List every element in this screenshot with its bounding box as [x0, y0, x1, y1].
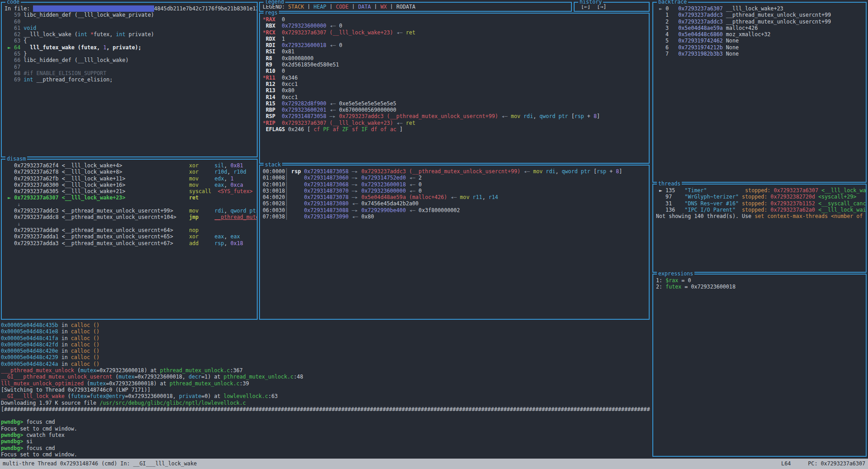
text-line: 68 #if ENABLE_ELISION_SUPPORT	[5, 70, 255, 76]
text-line: 0x00005e04d48c420e in calloc ()	[1, 348, 650, 354]
stack-listing: 00:0000│ rsp 0x729314873058 —▸ 0x7293237…	[260, 166, 649, 319]
source-code-listing: In file: 4845db211e7b42c7176f9be21b8301e…	[2, 3, 257, 156]
threads-listing: ► 135 "Timer" stopped: 0x7293237a6307 <_…	[653, 185, 866, 272]
text-line: 136 "IPC I/O Parent" stopped: 0x7293237a…	[656, 207, 864, 213]
text-line: R9 0x2d561850ed580e51	[263, 62, 647, 68]
text-line: R10 0	[263, 68, 647, 74]
status-pc-value: PC: 0x7293237a6307	[808, 460, 865, 467]
text-line: ► 0 0x7293237a6307 __lll_lock_wake+23	[656, 5, 864, 12]
text-line: ► 135 "Timer" stopped: 0x7293237a6307 <_…	[656, 187, 864, 194]
text-line: ↓	[5, 201, 255, 208]
text-line: 66 libc_hidden_def (__lll_lock_wake)	[5, 57, 255, 63]
text-line: 63 {	[5, 38, 255, 44]
disassembly-listing: 0x7293237a62f4 <__lll_lock_wake+4> xor s…	[2, 160, 257, 319]
text-line: RDI 0x729323600018 ◂— 0	[263, 42, 647, 48]
memory-legend: LEGEND: STACK | HEAP | CODE | DATA | WX …	[260, 3, 571, 9]
text-line: pwndbg> cwatch futex	[1, 432, 650, 438]
text-line: RDX 1	[263, 36, 647, 42]
text-line: R13 0x80	[263, 87, 647, 94]
text-line: 0x7293237a62f4 <__lll_lock_wake+4> xor s…	[5, 162, 255, 169]
text-line: 0x7293237addc3 <__pthread_mutex_unlock_u…	[5, 208, 255, 214]
text-line: 4 0x5e04d48c6860 moz_xmalloc+32	[656, 31, 864, 38]
registers-listing: *RAX 0 RBX 0x729323600000 ◂— 0*RCX 0x729…	[260, 14, 649, 163]
text-line: 7 0x72931982b3b3 None	[656, 51, 864, 57]
text-line: 0x00005e04d48c424a in calloc ()	[1, 361, 650, 367]
expressions-listing: 1: $rax = 02: futex = 0x729323600018	[653, 275, 866, 456]
code-panel-title: code	[5, 0, 21, 5]
text-line	[1, 412, 650, 419]
text-line: 07:0038│ 0x729314873090 ◂— 0x80	[263, 213, 647, 220]
status-bar-left: multi-thre Thread 0x7293148746 (cmd) In:…	[3, 460, 197, 467]
status-bar: multi-thre Thread 0x7293148746 (cmd) In:…	[0, 459, 868, 469]
text-line: RBP 0x729323600201 ◂— 0x6700000569000000	[263, 107, 647, 113]
text-line: 69 int __pthread_force_elision;	[5, 76, 255, 83]
text-line: R14 0xcc1	[263, 94, 647, 100]
text-line: Not showing 140 thread(s). Use set conte…	[656, 213, 864, 219]
text-line: 3 0x5e04d48ae59a malloc+426	[656, 25, 864, 31]
backtrace-panel-title: backtrace	[657, 0, 688, 5]
text-line: 0x00005e04d48c4239 in calloc ()	[1, 354, 650, 360]
text-line: pwndbg> focus cmd	[1, 419, 650, 425]
code-panel: code In file: 4845db211e7b42c7176f9be21b…	[1, 2, 258, 157]
text-line: 02:0010│ 0x729314873068 —▸ 0x72932360001…	[263, 181, 647, 188]
text-line: Focus set to cmd window.	[1, 451, 650, 458]
text-line: 0x00005e04d48c41e8 in calloc ()	[1, 328, 650, 335]
text-line: 5 0x729319742462 None	[656, 38, 864, 44]
text-line: 0x7293237addc8 <__pthread_mutex_unlock_u…	[5, 214, 255, 220]
text-line: 0x00005e04d48c435b in calloc ()	[1, 322, 650, 328]
text-line: 1 0x7293237addc3 __pthread_mutex_unlock_…	[656, 12, 864, 18]
text-line: RSI 0x81	[263, 48, 647, 55]
text-line: 1: $rax = 0	[656, 277, 864, 284]
text-line: [Switching to Thread 0x7293148746c0 (LWP…	[1, 387, 650, 393]
text-line: pwndbg> focus cmd	[1, 445, 650, 451]
status-line-number: L64	[781, 460, 791, 467]
text-line: pwndbg> si	[1, 438, 650, 445]
text-line: 31 "DNS Res~ver #16" stopped: 0x7293237b…	[656, 200, 864, 207]
text-line: EFLAGS 0x246 [ cf PF af ZF sf IF df of a…	[263, 126, 647, 133]
stack-panel: stack 00:0000│ rsp 0x729314873058 —▸ 0x7…	[259, 165, 650, 320]
text-line: 6 0x72931974212b None	[656, 44, 864, 51]
text-line: Downloading 1.97 K source file /usr/src/…	[1, 400, 650, 406]
text-line: __GI___pthread_mutex_unlock_usercnt (mut…	[1, 374, 650, 380]
registers-panel: regs *RAX 0 RBX 0x729323600000 ◂— 0*RCX …	[259, 13, 650, 164]
text-line: 03:0018│ 0x729314873070 —▸ 0x72932360000…	[263, 188, 647, 194]
text-line: ↓	[5, 221, 255, 227]
text-line: 2: futex = 0x729323600018	[656, 284, 864, 290]
text-line: 65 }	[5, 51, 255, 57]
text-line: RBX 0x729323600000 ◂— 0	[263, 23, 647, 29]
status-bar-right: L64 PC: 0x7293237a6307	[781, 460, 865, 467]
text-line: LEGEND: STACK | HEAP | CODE | DATA | WX …	[263, 4, 569, 9]
terminal-lines: 0x00005e04d48c435b in calloc ()0x00005e0…	[1, 322, 650, 459]
text-line: 0x7293237a62fb <__lll_lock_wake+11> mov …	[5, 175, 255, 182]
text-line: 62 __lll_lock_wake (int *futex, int priv…	[5, 31, 255, 38]
text-line: 0x7293237adda3 <__pthread_mutex_unlock_u…	[5, 240, 255, 246]
text-line: R8 0x80008000	[263, 55, 647, 62]
text-line: R15 0x729282d8f900 ◂— 0xe5e5e5e5e5e5e5e5	[263, 100, 647, 107]
expressions-panel-title: expressions	[657, 271, 694, 277]
text-line: 97 "WrGlyph~terizer" stopped: 0x72932382…	[656, 194, 864, 200]
threads-panel: threads ► 135 "Timer" stopped: 0x7293237…	[652, 184, 867, 273]
text-line: *R11 0x346	[263, 75, 647, 81]
text-line: *RCX 0x7293237a6307 (__lll_lock_wake+23)…	[263, 29, 647, 36]
text-line: 0x7293237a6300 <__lll_lock_wake+16> mov …	[5, 182, 255, 188]
text-line: 59 libc_hidden_def (__lll_lock_wake_priv…	[5, 12, 255, 18]
text-line: 0x00005e04d48c42fd in calloc ()	[1, 341, 650, 348]
text-line: 2 0x7293237addc3 __pthread_mutex_unlock_…	[656, 19, 864, 25]
command-output-terminal[interactable]: 0x00005e04d48c435b in calloc ()0x00005e0…	[1, 322, 650, 459]
text-line: 01:0008│ 0x729314873060 —▸ 0x729314752ed…	[263, 175, 647, 181]
text-line: RSP 0x729314873058 —▸ 0x7293237addc3 (__…	[263, 113, 647, 119]
text-line: 0x7293237adda1 <__pthread_mutex_unlock_u…	[5, 233, 255, 240]
text-line: __GI___lll_lock_wake (futex=futex@entry=…	[1, 393, 650, 399]
text-line: 67	[5, 64, 255, 70]
text-line: 60	[5, 19, 255, 25]
text-line: *RAX 0	[263, 16, 647, 23]
text-line: 05:0028│ 0x729314873080 ◂— 0x7456e45da42…	[263, 200, 647, 207]
registers-panel-title: regs	[264, 10, 279, 16]
legend-panel-title: legend	[264, 0, 285, 5]
text-line: In file: 4845db211e7b42c7176f9be21b8301e…	[5, 5, 255, 12]
legend-panel: legend LEGEND: STACK | HEAP | CODE | DAT…	[259, 2, 572, 12]
text-line: 0x7293237a62f8 <__lll_lock_wake+8> xor r…	[5, 169, 255, 175]
text-line: [#######################################…	[1, 406, 650, 412]
stack-panel-title: stack	[264, 162, 282, 168]
threads-panel-title: threads	[657, 181, 682, 187]
